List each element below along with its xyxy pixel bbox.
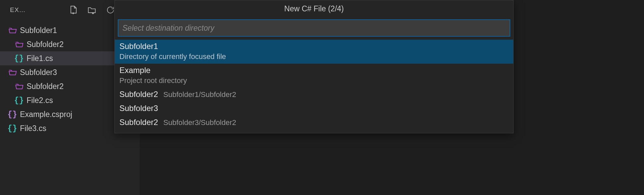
folder-open-icon — [7, 68, 17, 77]
quick-pick-item-description: Directory of currently focused file — [119, 52, 509, 61]
quick-pick-list: Subfolder1Directory of currently focused… — [115, 40, 513, 133]
quick-pick-item[interactable]: Subfolder2Subfolder1/Subfolder2 — [115, 88, 513, 102]
quick-pick-input-wrap — [115, 17, 513, 40]
csharp-file-icon: {} — [7, 110, 17, 119]
quick-pick-item-description: Project root directory — [119, 76, 509, 85]
editor-area-bottom — [140, 154, 512, 195]
csharp-file-icon: {} — [14, 54, 24, 63]
csharp-file-icon: {} — [14, 96, 24, 105]
refresh-icon[interactable] — [106, 5, 115, 15]
quick-pick-item[interactable]: ExampleProject root directory — [115, 64, 513, 88]
quick-pick-item-line1: Subfolder1 — [119, 42, 509, 51]
folder-open-icon — [14, 40, 24, 49]
folder-open-icon — [7, 26, 17, 35]
quick-pick-item[interactable]: Subfolder3 — [115, 102, 513, 116]
new-file-icon[interactable] — [69, 5, 78, 15]
explorer-title: EXPLORER — [10, 6, 27, 14]
quick-pick-item-line1: Subfolder2Subfolder3/Subfolder2 — [119, 118, 509, 127]
quick-pick-item-line1: Subfolder2Subfolder1/Subfolder2 — [119, 90, 509, 99]
quick-pick-title: New C# File (2/4) — [115, 0, 513, 17]
tree-item-label: Subfolder1 — [20, 26, 57, 35]
new-folder-icon[interactable] — [87, 5, 96, 15]
quick-pick-item-hint: Subfolder1/Subfolder2 — [163, 90, 236, 99]
quick-pick-item-label: Subfolder1 — [119, 42, 158, 51]
quick-pick-item-hint: Subfolder3/Subfolder2 — [163, 118, 236, 127]
quick-pick-item-label: Subfolder3 — [119, 104, 158, 113]
quick-pick-item-label: Subfolder2 — [119, 118, 158, 127]
quick-pick-item-label: Example — [119, 66, 150, 75]
tree-item-label: Subfolder3 — [20, 68, 57, 77]
tree-item-label: Example.csproj — [20, 110, 72, 119]
tree-item-label: Subfolder2 — [27, 82, 64, 91]
quick-pick-input[interactable] — [118, 20, 510, 36]
csharp-file-icon: {} — [7, 124, 17, 133]
tree-item-label: Subfolder2 — [27, 40, 64, 49]
tree-item-label: File1.cs — [27, 54, 53, 63]
folder-open-icon — [14, 82, 24, 91]
tree-item-label: File2.cs — [27, 96, 53, 105]
quick-pick-item[interactable]: Subfolder1Directory of currently focused… — [115, 40, 513, 64]
quick-pick-item[interactable]: Subfolder2Subfolder3/Subfolder2 — [115, 116, 513, 130]
tree-item-label: File3.cs — [20, 124, 46, 133]
quick-pick-item-line1: Example — [119, 66, 509, 75]
quick-pick-item-label: Subfolder2 — [119, 90, 158, 99]
quick-pick: New C# File (2/4) Subfolder1Directory of… — [114, 0, 514, 133]
quick-pick-item-line1: Subfolder3 — [119, 104, 509, 113]
